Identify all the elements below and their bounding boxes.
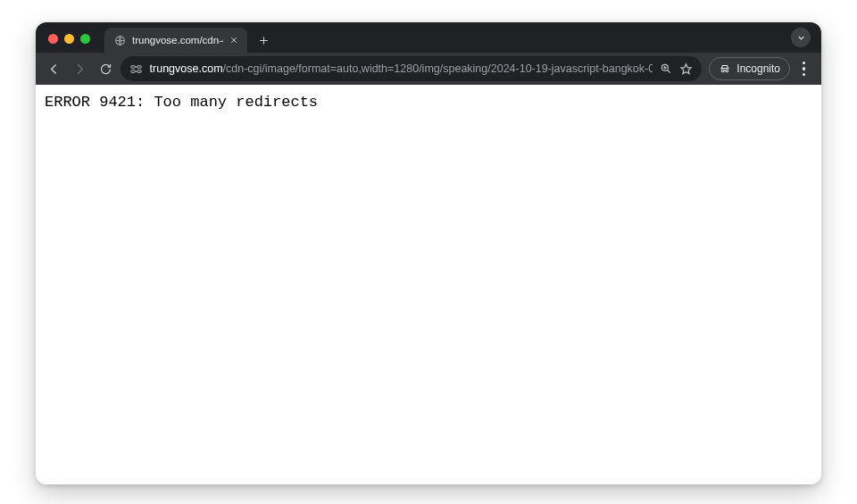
incognito-label: Incognito: [736, 62, 780, 75]
svg-point-7: [726, 70, 728, 72]
zoom-icon[interactable]: [660, 62, 672, 75]
url-path: /cdn-cgi/image/format=auto,width=1280/im…: [223, 62, 653, 75]
svg-point-6: [722, 70, 725, 72]
tab-title: trungvose.com/cdn-cgi/imag: [132, 35, 223, 45]
incognito-badge[interactable]: Incognito: [709, 57, 790, 80]
page-content: ERROR 9421: Too many redirects: [36, 85, 821, 484]
browser-window: trungvose.com/cdn-cgi/imag: [36, 22, 821, 484]
zoom-window-button[interactable]: [80, 34, 90, 44]
reload-button[interactable]: [95, 57, 117, 80]
globe-icon: [113, 34, 126, 46]
url-host: trungvose.com: [150, 62, 223, 75]
window-controls: [48, 34, 90, 44]
forward-button[interactable]: [69, 57, 91, 80]
bookmark-icon[interactable]: [679, 62, 693, 76]
error-message: ERROR 9421: Too many redirects: [45, 94, 812, 111]
back-button[interactable]: [43, 57, 65, 80]
close-window-button[interactable]: [48, 34, 58, 44]
close-tab-icon[interactable]: [229, 34, 238, 46]
browser-tab[interactable]: trungvose.com/cdn-cgi/imag: [104, 28, 247, 53]
tab-strip: trungvose.com/cdn-cgi/imag: [36, 22, 821, 53]
tab-overflow-button[interactable]: [791, 28, 811, 47]
address-bar[interactable]: trungvose.com/cdn-cgi/image/format=auto,…: [121, 56, 703, 81]
browser-menu-button[interactable]: [794, 58, 814, 79]
new-tab-button[interactable]: [253, 29, 274, 51]
minimize-window-button[interactable]: [64, 34, 74, 44]
incognito-icon: [719, 62, 731, 75]
toolbar: trungvose.com/cdn-cgi/image/format=auto,…: [36, 53, 821, 85]
svg-rect-3: [137, 65, 140, 68]
url-text: trungvose.com/cdn-cgi/image/format=auto,…: [150, 62, 653, 75]
svg-rect-1: [130, 65, 134, 68]
svg-rect-2: [130, 70, 134, 72]
svg-rect-4: [137, 70, 140, 72]
site-info-icon[interactable]: [129, 62, 143, 76]
